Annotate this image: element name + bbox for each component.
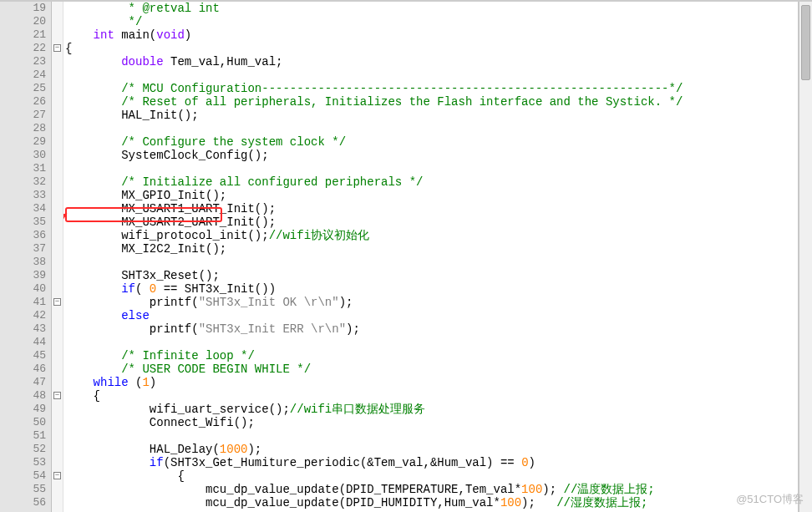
code-line[interactable] xyxy=(63,162,798,175)
code-line[interactable]: MX_I2C2_Init(); xyxy=(63,242,798,256)
code-line[interactable]: SHT3x_Reset(); xyxy=(63,269,798,282)
code-line[interactable]: MX_USART1_UART_Init(); xyxy=(63,202,798,215)
line-number: 26 xyxy=(0,95,51,109)
code-line[interactable] xyxy=(63,256,798,269)
line-number: 47 xyxy=(0,376,51,389)
line-number: 29 xyxy=(0,135,51,149)
code-line[interactable] xyxy=(63,336,798,349)
code-line[interactable]: printf("SHT3x_Init OK \r\n"); xyxy=(63,296,798,309)
line-number: 30 xyxy=(0,149,51,162)
code-line[interactable]: SystemClock_Config(); xyxy=(63,149,798,162)
watermark: @51CTO博客 xyxy=(736,492,804,507)
line-number: 39 xyxy=(0,269,51,282)
code-line[interactable]: /* Reset of all peripherals, Initializes… xyxy=(63,95,798,109)
line-number: 49 xyxy=(0,403,51,416)
code-line[interactable]: wifi_protocol_init();//wifi协议初始化 xyxy=(63,229,798,242)
line-number: 40 xyxy=(0,282,51,296)
line-number: 27 xyxy=(0,109,51,122)
code-line[interactable]: Connect_Wifi(); xyxy=(63,416,798,429)
code-line[interactable]: /* Configure the system clock */ xyxy=(63,135,798,149)
line-number: 43 xyxy=(0,322,51,336)
code-line[interactable]: /* MCU Configuration--------------------… xyxy=(63,82,798,95)
code-line[interactable]: */ xyxy=(63,15,798,28)
fold-toggle-icon[interactable] xyxy=(53,472,61,479)
line-number: 22 xyxy=(0,42,51,55)
line-number: 37 xyxy=(0,242,51,256)
code-line[interactable] xyxy=(63,429,798,443)
scrollbar-thumb[interactable] xyxy=(801,5,810,80)
line-number: 44 xyxy=(0,336,51,349)
code-line[interactable]: while (1) xyxy=(63,376,798,389)
code-line[interactable]: if( 0 == SHT3x_Init()) xyxy=(63,282,798,296)
line-number: 28 xyxy=(0,122,51,135)
line-number: 24 xyxy=(0,68,51,82)
code-line[interactable]: double Tem_val,Hum_val; xyxy=(63,55,798,68)
code-editor: 1920212223242526272829303132333435363738… xyxy=(0,0,812,512)
line-number: 46 xyxy=(0,362,51,376)
line-number: 36 xyxy=(0,229,51,242)
fold-toggle-icon[interactable] xyxy=(53,44,61,52)
line-number: 25 xyxy=(0,82,51,95)
code-line[interactable]: * @retval int xyxy=(63,2,798,15)
code-line[interactable]: if(SHT3x_Get_Humiture_periodic(&Tem_val,… xyxy=(63,456,798,469)
code-line[interactable]: /* USER CODE BEGIN WHILE */ xyxy=(63,362,798,376)
line-number: 52 xyxy=(0,443,51,456)
code-area[interactable]: * @retval int */ int main(void){ double … xyxy=(63,2,799,512)
code-line[interactable]: wifi_uart_service();//wifi串口数据处理服务 xyxy=(63,403,798,416)
code-line[interactable]: { xyxy=(63,389,798,403)
line-number: 51 xyxy=(0,429,51,443)
line-number: 48 xyxy=(0,389,51,403)
line-number: 35 xyxy=(0,215,51,229)
code-line[interactable]: MX_GPIO_Init(); xyxy=(63,189,798,202)
line-number: 42 xyxy=(0,309,51,322)
fold-toggle-icon[interactable] xyxy=(53,392,61,399)
line-number: 21 xyxy=(0,28,51,42)
fold-toggle-icon[interactable] xyxy=(53,298,61,306)
code-line[interactable]: { xyxy=(63,469,798,483)
line-number: 31 xyxy=(0,162,51,175)
line-number: 55 xyxy=(0,483,51,496)
line-number: 53 xyxy=(0,456,51,469)
code-line[interactable]: int main(void) xyxy=(63,28,798,42)
line-number: 50 xyxy=(0,416,51,429)
line-number: 56 xyxy=(0,496,51,509)
line-number: 20 xyxy=(0,15,51,28)
code-line[interactable]: /* Infinite loop */ xyxy=(63,349,798,362)
code-line[interactable]: MX_USART2_UART_Init(); xyxy=(63,215,798,229)
line-number: 38 xyxy=(0,256,51,269)
code-line[interactable]: /* Initialize all configured peripherals… xyxy=(63,175,798,189)
line-number: 34 xyxy=(0,202,51,215)
fold-column xyxy=(52,2,63,512)
line-number: 19 xyxy=(0,2,51,15)
code-line[interactable] xyxy=(63,122,798,135)
line-number: 41 xyxy=(0,296,51,309)
code-line[interactable]: HAL_Init(); xyxy=(63,109,798,122)
code-line[interactable]: { xyxy=(63,42,798,55)
line-number: 33 xyxy=(0,189,51,202)
code-line[interactable]: else xyxy=(63,309,798,322)
code-line[interactable]: mcu_dp_value_update(DPID_TEMPERATURE,Tem… xyxy=(63,483,798,496)
line-number-gutter: 1920212223242526272829303132333435363738… xyxy=(0,2,52,512)
code-line[interactable]: printf("SHT3x_Init ERR \r\n"); xyxy=(63,322,798,336)
line-number: 45 xyxy=(0,349,51,362)
code-line[interactable] xyxy=(63,68,798,82)
code-line[interactable]: HAL_Delay(1000); xyxy=(63,443,798,456)
line-number: 54 xyxy=(0,469,51,483)
line-number: 23 xyxy=(0,55,51,68)
code-line[interactable]: mcu_dp_value_update(DPID_HUMIDITY,Hum_va… xyxy=(63,496,798,509)
vertical-scrollbar[interactable] xyxy=(799,2,812,512)
line-number: 32 xyxy=(0,175,51,189)
